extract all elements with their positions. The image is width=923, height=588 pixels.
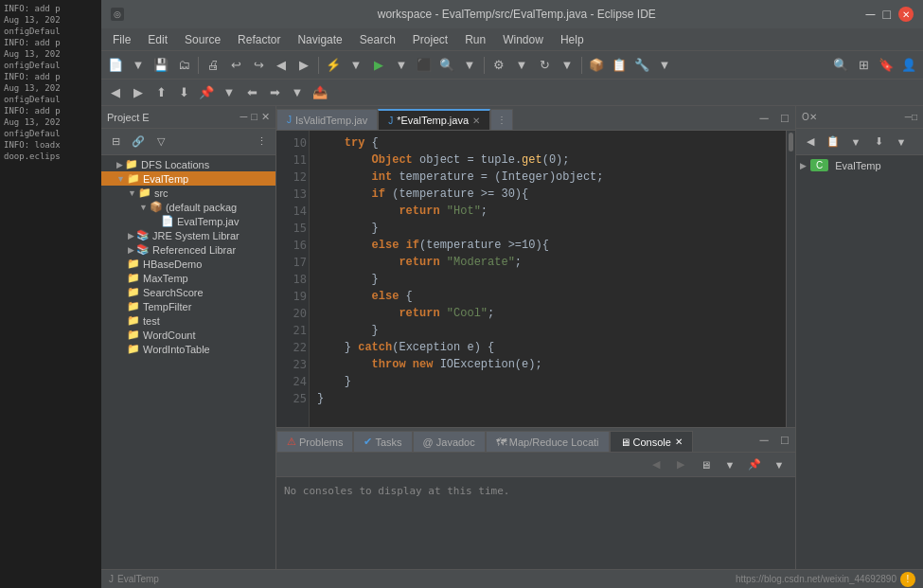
debug-eval-item[interactable]: ▶ C EvalTemp: [800, 159, 919, 171]
pe-maximize-button[interactable]: □: [251, 111, 257, 123]
tb2-btn3[interactable]: ⬆: [151, 82, 171, 103]
tab-problems[interactable]: ⚠ Problems: [276, 431, 353, 452]
search-ext-button[interactable]: ▼: [459, 55, 480, 76]
menu-search[interactable]: Search: [352, 31, 403, 48]
menu-source[interactable]: Source: [177, 31, 228, 48]
tree-item-referencedlibrar[interactable]: ▶📚Referenced Librar: [101, 242, 275, 257]
tree-item-evaltemp[interactable]: ▼📁EvalTemp: [101, 171, 275, 186]
search-icon[interactable]: 🔍: [436, 55, 457, 76]
save-all-button[interactable]: 🗂: [173, 55, 194, 76]
tree-item-wordintotable[interactable]: 📁WordIntoTable: [101, 342, 275, 356]
save-button[interactable]: 💾: [151, 55, 171, 76]
debug-btn2[interactable]: 📋: [823, 132, 843, 152]
debug-minimize-btn[interactable]: ─: [905, 112, 912, 122]
toolbar-btn-a[interactable]: ⚙: [488, 55, 509, 76]
tree-item-dfslocations[interactable]: ▶📁DFS Locations: [101, 157, 275, 171]
toolbar-btn-e[interactable]: 📦: [586, 55, 607, 76]
pe-minimize-button[interactable]: ─: [240, 111, 248, 123]
console-display-ext[interactable]: ▼: [719, 454, 740, 475]
run-button[interactable]: ▶: [368, 55, 389, 76]
menu-edit[interactable]: Edit: [140, 31, 175, 48]
tree-item-maxtemp[interactable]: 📁MaxTemp: [101, 271, 275, 285]
tb2-btn7[interactable]: ⬅: [241, 82, 262, 103]
tree-item-tempfilter[interactable]: 📁TempFilter: [101, 299, 275, 313]
toolbar-btn-ext[interactable]: ▼: [346, 55, 366, 76]
bottom-maximize-btn[interactable]: □: [774, 427, 795, 452]
new-button[interactable]: 📄: [105, 55, 126, 76]
tb2-btn10[interactable]: 📤: [310, 82, 330, 103]
debug-btn1[interactable]: ◀: [800, 132, 821, 152]
scrollbar-thumb[interactable]: [789, 133, 793, 151]
maximize-button[interactable]: □: [883, 7, 891, 22]
pe-link-btn[interactable]: 🔗: [128, 132, 149, 152]
console-pin-btn[interactable]: 📌: [744, 454, 765, 475]
toolbar-btn-b[interactable]: ▼: [511, 55, 532, 76]
menu-window[interactable]: Window: [495, 31, 551, 48]
debug-maximize-btn[interactable]: □: [912, 112, 917, 122]
code-content[interactable]: try { Object object = tuple.get(0); int …: [310, 131, 786, 427]
tab-mapreduce[interactable]: 🗺 Map/Reduce Locati: [486, 431, 610, 452]
redo-button[interactable]: ↪: [248, 55, 269, 76]
pe-menu-btn[interactable]: ⋮: [251, 132, 272, 152]
code-editor[interactable]: 10111213141516171819202122232425 try { O…: [276, 131, 795, 427]
debug-btn3[interactable]: ▼: [845, 132, 866, 152]
menu-navigate[interactable]: Navigate: [290, 31, 349, 48]
editor-scrollbar[interactable]: [786, 131, 795, 427]
nav-fwd-button[interactable]: ▶: [293, 55, 314, 76]
debug-button[interactable]: ⚡: [323, 55, 344, 76]
menu-run[interactable]: Run: [457, 31, 493, 48]
tab-javadoc[interactable]: @ Javadoc: [413, 431, 486, 452]
tab-tasks[interactable]: ✔ Tasks: [353, 431, 412, 452]
tree-item-searchscore[interactable]: 📁SearchScore: [101, 285, 275, 299]
tree-item-defaultpackag[interactable]: ▼📦(default packag: [101, 200, 275, 214]
pe-close-button[interactable]: ✕: [261, 111, 270, 123]
print-button[interactable]: 🖨: [203, 55, 223, 76]
tb2-btn4[interactable]: ⬇: [173, 82, 194, 103]
bookmark-btn[interactable]: 🔖: [876, 55, 896, 76]
bottom-minimize-btn[interactable]: ─: [754, 427, 774, 452]
tab-close-icon[interactable]: ✕: [472, 116, 480, 126]
console-nav-back[interactable]: ◀: [646, 454, 666, 475]
search-bar-icon[interactable]: 🔍: [830, 55, 851, 76]
nav-back-button[interactable]: ◀: [271, 55, 292, 76]
tree-item-jresystemlibrar[interactable]: ▶📚JRE System Librar: [101, 228, 275, 242]
tab-evaltemp[interactable]: J *EvalTemp.java ✕: [378, 109, 490, 130]
menu-file[interactable]: File: [105, 31, 138, 48]
editor-maximize-btn[interactable]: □: [774, 106, 795, 130]
tree-item-evaltempjav[interactable]: 📄EvalTemp.jav: [101, 214, 275, 228]
menu-help[interactable]: Help: [553, 31, 592, 48]
pe-filter-btn[interactable]: ▽: [151, 132, 171, 152]
close-button[interactable]: ✕: [898, 7, 914, 22]
run-ext-button[interactable]: ▼: [391, 55, 412, 76]
console-display-btn[interactable]: 🖥: [695, 454, 716, 475]
tb2-btn5[interactable]: 📌: [196, 82, 217, 103]
tree-item-wordcount[interactable]: 📁WordCount: [101, 328, 275, 342]
tree-item-test[interactable]: 📁test: [101, 313, 275, 328]
toolbar-btn-h[interactable]: ▼: [654, 55, 675, 76]
tab-isvalidtemp[interactable]: J IsValidTemp.jav: [276, 109, 378, 130]
pe-collapse-btn[interactable]: ⊟: [105, 132, 126, 152]
perspective-btn[interactable]: ⊞: [853, 55, 874, 76]
minimize-button[interactable]: ─: [866, 7, 876, 22]
menu-refactor[interactable]: Refactor: [230, 31, 288, 48]
toolbar-btn-c[interactable]: ↻: [534, 55, 555, 76]
tree-item-hbasedemo[interactable]: 📁HBaseDemo: [101, 257, 275, 271]
toolbar-btn-g[interactable]: 🔧: [631, 55, 652, 76]
console-close-icon[interactable]: ✕: [675, 437, 683, 447]
tb2-btn8[interactable]: ➡: [264, 82, 285, 103]
menu-project[interactable]: Project: [405, 31, 455, 48]
console-ext-btn[interactable]: ▼: [769, 454, 790, 475]
tb2-btn1[interactable]: ◀: [105, 82, 126, 103]
undo-button[interactable]: ↩: [225, 55, 246, 76]
console-nav-fwd[interactable]: ▶: [670, 454, 691, 475]
toolbar-btn-d[interactable]: ▼: [557, 55, 577, 76]
tb2-btn9[interactable]: ▼: [287, 82, 308, 103]
toolbar-btn2[interactable]: ▼: [128, 55, 149, 76]
tab-console[interactable]: 🖥 Console ✕: [610, 431, 693, 452]
help-btn[interactable]: 👤: [898, 55, 919, 76]
debug-btn4[interactable]: ⬇: [868, 132, 889, 152]
editor-minimize-btn[interactable]: ─: [754, 106, 774, 130]
tree-item-src[interactable]: ▼📁src: [101, 186, 275, 200]
tb2-btn6[interactable]: ▼: [219, 82, 240, 103]
tab-extra[interactable]: ⋮: [490, 109, 513, 130]
